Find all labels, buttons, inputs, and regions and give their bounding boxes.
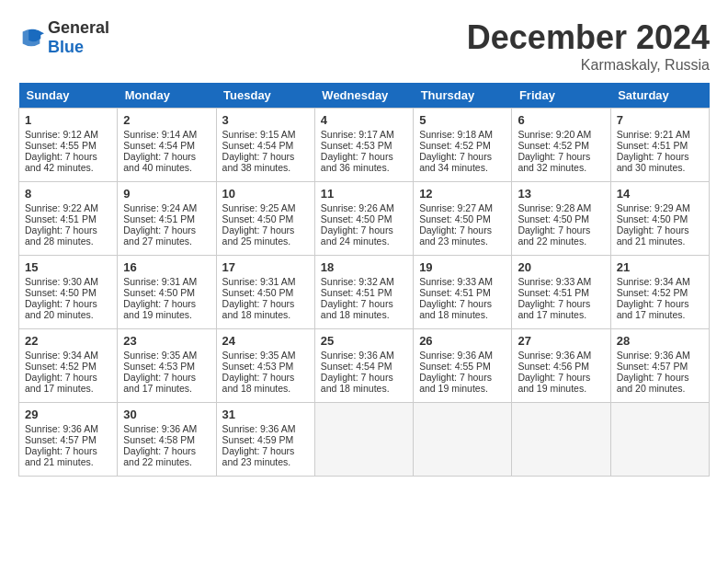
daylight-5: Daylight: 7 hours and 34 minutes. <box>419 151 492 173</box>
day-number-28: 28 <box>617 334 703 348</box>
month-title: December 2024 <box>467 18 710 57</box>
logo-icon <box>18 25 44 51</box>
day-number-22: 22 <box>25 334 111 348</box>
sunset-9: Sunset: 4:51 PM <box>123 213 195 224</box>
col-monday: Monday <box>118 83 216 109</box>
daylight-8: Daylight: 7 hours and 28 minutes. <box>25 224 97 247</box>
sunset-10: Sunset: 4:50 PM <box>222 213 294 224</box>
sunrise-4: Sunrise: 9:17 AM <box>321 129 394 140</box>
daylight-26: Daylight: 7 hours and 19 minutes. <box>419 372 492 394</box>
day-cell-17: 17 Sunrise: 9:31 AM Sunset: 4:50 PM Dayl… <box>216 256 314 329</box>
day-number-24: 24 <box>222 334 309 348</box>
day-number-15: 15 <box>25 260 111 274</box>
daylight-19: Daylight: 7 hours and 18 minutes. <box>419 298 492 320</box>
day-cell-25: 25 Sunrise: 9:36 AM Sunset: 4:54 PM Dayl… <box>314 329 413 403</box>
sunrise-5: Sunrise: 9:18 AM <box>419 129 493 140</box>
week-row-5: 29 Sunrise: 9:36 AM Sunset: 4:57 PM Dayl… <box>19 403 710 477</box>
day-number-16: 16 <box>123 260 210 274</box>
daylight-11: Daylight: 7 hours and 24 minutes. <box>321 224 393 247</box>
day-number-26: 26 <box>419 334 506 348</box>
logo-blue: Blue <box>48 38 84 56</box>
daylight-24: Daylight: 7 hours and 18 minutes. <box>222 372 295 394</box>
sunset-16: Sunset: 4:50 PM <box>123 287 195 298</box>
sunrise-6: Sunrise: 9:20 AM <box>518 129 591 140</box>
day-cell-18: 18 Sunrise: 9:32 AM Sunset: 4:51 PM Dayl… <box>314 256 413 329</box>
col-saturday: Saturday <box>610 83 709 109</box>
day-number-5: 5 <box>419 113 506 127</box>
sunset-23: Sunset: 4:53 PM <box>123 361 195 372</box>
daylight-27: Daylight: 7 hours and 19 minutes. <box>518 372 590 394</box>
sunrise-3: Sunrise: 9:15 AM <box>222 129 296 140</box>
sunrise-8: Sunrise: 9:22 AM <box>25 202 98 213</box>
sunrise-14: Sunrise: 9:29 AM <box>617 202 690 213</box>
week-row-1: 1 Sunrise: 9:12 AM Sunset: 4:55 PM Dayli… <box>19 109 710 182</box>
day-cell-27: 27 Sunrise: 9:36 AM Sunset: 4:56 PM Dayl… <box>512 329 610 403</box>
sunrise-28: Sunrise: 9:36 AM <box>617 350 690 361</box>
sunrise-7: Sunrise: 9:21 AM <box>617 129 690 140</box>
day-cell-12: 12 Sunrise: 9:27 AM Sunset: 4:50 PM Dayl… <box>414 182 512 256</box>
day-cell-24: 24 Sunrise: 9:35 AM Sunset: 4:53 PM Dayl… <box>216 329 314 403</box>
sunrise-11: Sunrise: 9:26 AM <box>321 202 394 213</box>
sunset-26: Sunset: 4:55 PM <box>419 361 491 372</box>
sunset-5: Sunset: 4:52 PM <box>419 140 491 151</box>
day-cell-19: 19 Sunrise: 9:33 AM Sunset: 4:51 PM Dayl… <box>414 256 512 329</box>
daylight-18: Daylight: 7 hours and 18 minutes. <box>321 298 393 320</box>
day-cell-4: 4 Sunrise: 9:17 AM Sunset: 4:53 PM Dayli… <box>314 109 413 182</box>
day-cell-9: 9 Sunrise: 9:24 AM Sunset: 4:51 PM Dayli… <box>118 182 216 256</box>
sunrise-31: Sunrise: 9:36 AM <box>222 423 296 434</box>
sunrise-16: Sunrise: 9:31 AM <box>123 276 197 287</box>
day-cell-29: 29 Sunrise: 9:36 AM Sunset: 4:57 PM Dayl… <box>19 403 118 477</box>
daylight-28: Daylight: 7 hours and 20 minutes. <box>617 372 689 394</box>
sunrise-26: Sunrise: 9:36 AM <box>419 350 493 361</box>
logo-text: General Blue <box>48 18 109 57</box>
day-number-1: 1 <box>25 113 111 127</box>
daylight-10: Daylight: 7 hours and 25 minutes. <box>222 224 295 247</box>
daylight-20: Daylight: 7 hours and 17 minutes. <box>518 298 590 320</box>
daylight-2: Daylight: 7 hours and 40 minutes. <box>123 151 196 173</box>
logo-general: General <box>48 18 109 37</box>
daylight-3: Daylight: 7 hours and 38 minutes. <box>222 151 295 173</box>
day-number-19: 19 <box>419 260 506 274</box>
sunset-18: Sunset: 4:51 PM <box>321 287 392 298</box>
daylight-4: Daylight: 7 hours and 36 minutes. <box>321 151 393 173</box>
day-number-20: 20 <box>518 260 604 274</box>
week-row-3: 15 Sunrise: 9:30 AM Sunset: 4:50 PM Dayl… <box>19 256 710 329</box>
sunset-27: Sunset: 4:56 PM <box>518 361 589 372</box>
day-number-10: 10 <box>222 187 309 201</box>
day-cell-10: 10 Sunrise: 9:25 AM Sunset: 4:50 PM Dayl… <box>216 182 314 256</box>
sunrise-12: Sunrise: 9:27 AM <box>419 202 493 213</box>
sunrise-24: Sunrise: 9:35 AM <box>222 350 296 361</box>
sunrise-2: Sunrise: 9:14 AM <box>123 129 197 140</box>
day-cell-5: 5 Sunrise: 9:18 AM Sunset: 4:52 PM Dayli… <box>414 109 512 182</box>
day-cell-31: 31 Sunrise: 9:36 AM Sunset: 4:59 PM Dayl… <box>216 403 314 477</box>
day-number-31: 31 <box>222 408 309 421</box>
daylight-31: Daylight: 7 hours and 23 minutes. <box>222 445 295 467</box>
sunrise-29: Sunrise: 9:36 AM <box>25 423 98 434</box>
week-row-2: 8 Sunrise: 9:22 AM Sunset: 4:51 PM Dayli… <box>19 182 710 256</box>
sunset-14: Sunset: 4:50 PM <box>617 213 688 224</box>
col-sunday: Sunday <box>19 83 118 109</box>
col-thursday: Thursday <box>414 83 512 109</box>
day-cell-26: 26 Sunrise: 9:36 AM Sunset: 4:55 PM Dayl… <box>414 329 512 403</box>
sunrise-18: Sunrise: 9:32 AM <box>321 276 394 287</box>
week-row-4: 22 Sunrise: 9:34 AM Sunset: 4:52 PM Dayl… <box>19 329 710 403</box>
sunset-30: Sunset: 4:58 PM <box>123 434 195 445</box>
sunset-13: Sunset: 4:50 PM <box>518 213 589 224</box>
sunrise-27: Sunrise: 9:36 AM <box>518 350 591 361</box>
day-number-2: 2 <box>123 113 210 127</box>
daylight-13: Daylight: 7 hours and 22 minutes. <box>518 224 590 247</box>
header-row: Sunday Monday Tuesday Wednesday Thursday… <box>19 83 710 109</box>
sunset-1: Sunset: 4:55 PM <box>25 140 97 151</box>
sunset-20: Sunset: 4:51 PM <box>518 287 589 298</box>
day-number-11: 11 <box>321 187 407 201</box>
sunset-2: Sunset: 4:54 PM <box>123 140 195 151</box>
sunset-8: Sunset: 4:51 PM <box>25 213 97 224</box>
sunrise-25: Sunrise: 9:36 AM <box>321 350 394 361</box>
empty-cell <box>314 403 413 477</box>
sunrise-15: Sunrise: 9:30 AM <box>25 276 98 287</box>
daylight-6: Daylight: 7 hours and 32 minutes. <box>518 151 590 173</box>
title-block: December 2024 Karmaskaly, Russia <box>467 18 710 74</box>
sunrise-21: Sunrise: 9:34 AM <box>617 276 690 287</box>
day-number-3: 3 <box>222 113 309 127</box>
col-friday: Friday <box>512 83 610 109</box>
